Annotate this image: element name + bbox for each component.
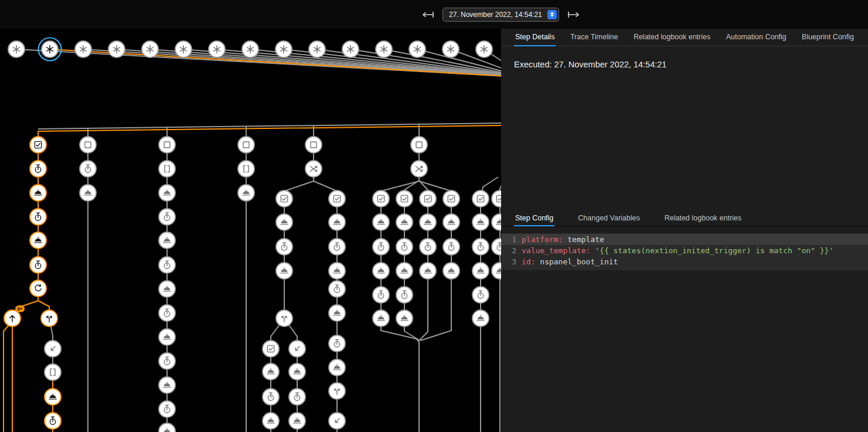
service-node[interactable] [276, 263, 292, 279]
trigger-node[interactable] [342, 41, 359, 57]
condition-node[interactable] [492, 191, 501, 207]
service-node[interactable] [80, 185, 96, 201]
return-node[interactable] [289, 341, 305, 357]
choose-node[interactable] [305, 161, 322, 177]
previous-run-button[interactable] [421, 11, 435, 18]
service-node[interactable] [373, 214, 389, 230]
condition-node[interactable] [420, 191, 436, 207]
service-node[interactable] [276, 214, 292, 230]
box-node[interactable] [305, 137, 322, 153]
trigger-node[interactable] [108, 41, 125, 57]
timer-node[interactable] [30, 161, 46, 177]
service-node[interactable] [159, 185, 175, 201]
timer-node[interactable] [159, 305, 175, 321]
tab-step-details[interactable]: Step Details [514, 29, 556, 46]
timer-node[interactable] [329, 281, 345, 297]
service-node[interactable] [420, 263, 436, 279]
trigger-node[interactable] [376, 41, 392, 57]
timer-node[interactable] [329, 335, 345, 352]
service-node[interactable] [159, 329, 175, 345]
service-node[interactable] [329, 359, 345, 376]
box-node[interactable] [238, 137, 254, 153]
service-node[interactable] [263, 363, 279, 380]
timer-node[interactable] [396, 287, 413, 303]
split-node[interactable] [329, 383, 345, 399]
condition-node[interactable] [443, 191, 459, 207]
service-node[interactable] [238, 185, 254, 201]
trigger-node[interactable] [39, 38, 62, 61]
service-node[interactable] [492, 263, 501, 279]
timer-node[interactable] [263, 389, 279, 405]
tab-step-config[interactable]: Step Config [514, 210, 554, 226]
next-run-button[interactable] [567, 11, 581, 18]
service-node[interactable] [289, 413, 305, 429]
service-node[interactable] [45, 389, 61, 405]
tab-trace-timeline[interactable]: Trace Timeline [569, 29, 619, 46]
timer-node[interactable] [443, 239, 459, 255]
trigger-node[interactable] [275, 41, 292, 57]
timer-node[interactable] [159, 257, 175, 273]
timer-node[interactable] [373, 287, 389, 303]
condition-node[interactable] [276, 191, 292, 207]
timer-node[interactable] [492, 239, 501, 255]
service-node[interactable] [472, 310, 489, 326]
trigger-node[interactable] [75, 41, 91, 57]
box-node[interactable] [80, 137, 96, 153]
service-node[interactable] [159, 423, 175, 432]
brackets-node[interactable] [45, 364, 61, 380]
condition-node[interactable] [373, 191, 389, 207]
box-node[interactable] [159, 137, 175, 153]
tab-related-logbook-entries[interactable]: Related logbook entries [632, 29, 712, 46]
service-node[interactable] [492, 214, 501, 230]
service-node[interactable] [30, 185, 46, 201]
condition-node[interactable] [263, 341, 279, 357]
timer-node[interactable] [159, 401, 175, 417]
brackets-node[interactable] [238, 161, 254, 177]
timer-node[interactable] [472, 239, 489, 255]
timer-node[interactable] [30, 257, 46, 273]
service-node[interactable] [159, 377, 175, 393]
split-node[interactable] [41, 310, 57, 326]
service-node[interactable] [30, 232, 46, 249]
service-node[interactable] [263, 413, 279, 429]
timer-node[interactable] [373, 239, 389, 255]
tab-changed-variables[interactable]: Changed Variables [577, 210, 641, 226]
service-node[interactable] [373, 310, 389, 326]
tab-automation-config[interactable]: Automation Config [725, 29, 788, 46]
brackets-node[interactable] [159, 161, 175, 177]
repeat-node[interactable] [30, 280, 46, 297]
timer-node[interactable] [396, 239, 413, 255]
trigger-node[interactable] [8, 41, 25, 57]
service-node[interactable] [472, 214, 489, 230]
service-node[interactable] [443, 214, 459, 230]
trigger-node[interactable] [142, 41, 158, 57]
return-node[interactable] [329, 413, 345, 429]
trigger-node[interactable] [242, 41, 258, 57]
timer-node[interactable] [276, 239, 292, 255]
service-node[interactable] [373, 263, 389, 279]
service-node[interactable] [472, 263, 489, 279]
service-node[interactable] [329, 263, 345, 279]
service-node[interactable] [396, 263, 413, 279]
box-node[interactable] [411, 137, 427, 153]
service-node[interactable] [289, 363, 305, 380]
service-node[interactable] [329, 305, 345, 321]
trigger-node[interactable] [309, 41, 325, 57]
timer-node[interactable] [329, 239, 345, 255]
condition-node[interactable] [329, 191, 345, 207]
return-node[interactable] [45, 341, 61, 357]
service-node[interactable] [396, 310, 413, 326]
service-node[interactable] [159, 232, 175, 249]
timer-node[interactable] [45, 413, 61, 429]
condition-node[interactable] [472, 191, 489, 207]
service-node[interactable] [396, 214, 413, 230]
trigger-node[interactable] [409, 41, 426, 57]
service-node[interactable] [329, 214, 345, 230]
trigger-node[interactable] [442, 41, 459, 57]
timer-node[interactable] [472, 287, 489, 303]
timer-node[interactable] [30, 209, 46, 225]
trigger-node[interactable] [175, 41, 192, 57]
service-node[interactable] [420, 214, 436, 230]
timer-node[interactable] [420, 239, 436, 255]
timer-node[interactable] [159, 353, 175, 369]
